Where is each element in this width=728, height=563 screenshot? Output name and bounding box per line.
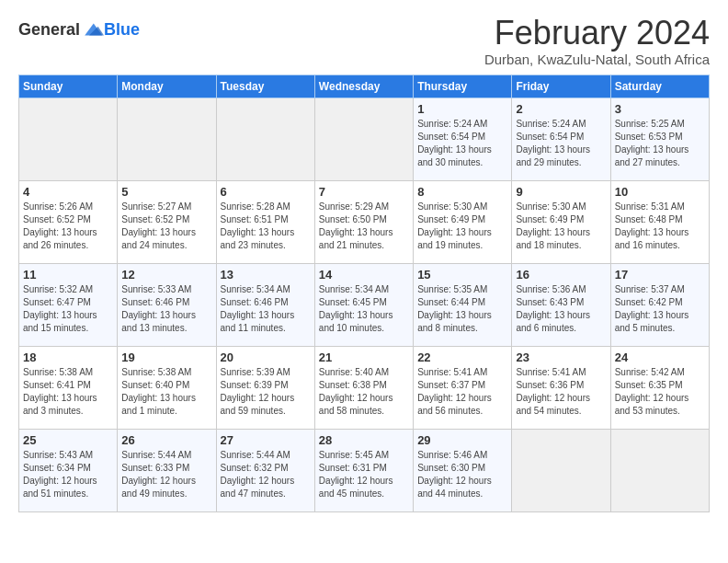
calendar-cell [216, 98, 314, 180]
day-info: Sunrise: 5:31 AM Sunset: 6:48 PM Dayligh… [615, 201, 705, 252]
day-number: 21 [319, 350, 409, 364]
day-info: Sunrise: 5:26 AM Sunset: 6:52 PM Dayligh… [23, 201, 113, 252]
calendar-cell: 27Sunrise: 5:44 AM Sunset: 6:32 PM Dayli… [216, 429, 314, 511]
day-number: 23 [516, 350, 606, 364]
calendar-cell [610, 429, 709, 511]
day-number: 27 [221, 433, 311, 447]
calendar-cell: 8Sunrise: 5:30 AM Sunset: 6:49 PM Daylig… [414, 180, 512, 263]
day-info: Sunrise: 5:25 AM Sunset: 6:53 PM Dayligh… [615, 118, 705, 169]
calendar-cell: 28Sunrise: 5:45 AM Sunset: 6:31 PM Dayli… [314, 429, 413, 511]
calendar-cell: 17Sunrise: 5:37 AM Sunset: 6:42 PM Dayli… [610, 263, 709, 346]
day-number: 25 [23, 433, 113, 447]
week-row-4: 18Sunrise: 5:38 AM Sunset: 6:41 PM Dayli… [19, 346, 710, 429]
calendar-cell: 6Sunrise: 5:28 AM Sunset: 6:51 PM Daylig… [216, 180, 314, 263]
day-info: Sunrise: 5:40 AM Sunset: 6:38 PM Dayligh… [319, 366, 409, 418]
day-number: 20 [221, 350, 311, 364]
day-number: 22 [417, 350, 507, 364]
day-number: 11 [23, 268, 113, 282]
calendar-cell [19, 98, 118, 180]
day-info: Sunrise: 5:24 AM Sunset: 6:54 PM Dayligh… [417, 118, 507, 169]
day-number: 5 [121, 185, 211, 199]
day-number: 26 [121, 433, 211, 447]
day-number: 18 [23, 350, 113, 364]
week-row-5: 25Sunrise: 5:43 AM Sunset: 6:34 PM Dayli… [19, 429, 710, 511]
day-info: Sunrise: 5:30 AM Sunset: 6:49 PM Dayligh… [417, 201, 507, 252]
calendar-cell: 19Sunrise: 5:38 AM Sunset: 6:40 PM Dayli… [118, 346, 216, 429]
header-cell-friday: Friday [512, 75, 610, 98]
header-row: SundayMondayTuesdayWednesdayThursdayFrid… [19, 75, 710, 98]
calendar-cell: 3Sunrise: 5:25 AM Sunset: 6:53 PM Daylig… [610, 98, 709, 180]
day-info: Sunrise: 5:37 AM Sunset: 6:42 PM Dayligh… [615, 283, 705, 335]
day-info: Sunrise: 5:34 AM Sunset: 6:45 PM Dayligh… [319, 283, 409, 335]
day-info: Sunrise: 5:44 AM Sunset: 6:32 PM Dayligh… [221, 449, 311, 500]
day-number: 1 [417, 102, 507, 116]
calendar-cell: 9Sunrise: 5:30 AM Sunset: 6:49 PM Daylig… [512, 180, 610, 263]
calendar-cell: 5Sunrise: 5:27 AM Sunset: 6:52 PM Daylig… [118, 180, 216, 263]
calendar-cell: 13Sunrise: 5:34 AM Sunset: 6:46 PM Dayli… [216, 263, 314, 346]
calendar-cell [512, 429, 610, 511]
header-cell-monday: Monday [118, 75, 216, 98]
week-row-3: 11Sunrise: 5:32 AM Sunset: 6:47 PM Dayli… [19, 263, 710, 346]
calendar-cell: 16Sunrise: 5:36 AM Sunset: 6:43 PM Dayli… [512, 263, 610, 346]
calendar-cell: 24Sunrise: 5:42 AM Sunset: 6:35 PM Dayli… [610, 346, 709, 429]
logo-general: General [18, 20, 80, 40]
day-number: 3 [615, 102, 705, 116]
header-cell-thursday: Thursday [414, 75, 512, 98]
day-info: Sunrise: 5:30 AM Sunset: 6:49 PM Dayligh… [516, 201, 606, 252]
calendar-cell: 14Sunrise: 5:34 AM Sunset: 6:45 PM Dayli… [314, 263, 413, 346]
day-number: 4 [23, 185, 113, 199]
header-cell-sunday: Sunday [19, 75, 118, 98]
calendar-cell: 18Sunrise: 5:38 AM Sunset: 6:41 PM Dayli… [19, 346, 118, 429]
calendar-cell: 7Sunrise: 5:29 AM Sunset: 6:50 PM Daylig… [314, 180, 413, 263]
day-info: Sunrise: 5:43 AM Sunset: 6:34 PM Dayligh… [23, 449, 113, 500]
day-info: Sunrise: 5:34 AM Sunset: 6:46 PM Dayligh… [221, 283, 311, 335]
calendar-cell: 1Sunrise: 5:24 AM Sunset: 6:54 PM Daylig… [414, 98, 512, 180]
day-number: 8 [417, 185, 507, 199]
calendar-cell: 25Sunrise: 5:43 AM Sunset: 6:34 PM Dayli… [19, 429, 118, 511]
day-info: Sunrise: 5:35 AM Sunset: 6:44 PM Dayligh… [417, 283, 507, 335]
day-info: Sunrise: 5:24 AM Sunset: 6:54 PM Dayligh… [516, 118, 606, 169]
day-number: 28 [319, 433, 409, 447]
day-number: 13 [221, 268, 311, 282]
calendar-cell: 2Sunrise: 5:24 AM Sunset: 6:54 PM Daylig… [512, 98, 610, 180]
day-info: Sunrise: 5:45 AM Sunset: 6:31 PM Dayligh… [319, 449, 409, 500]
calendar-cell: 15Sunrise: 5:35 AM Sunset: 6:44 PM Dayli… [414, 263, 512, 346]
calendar-cell: 29Sunrise: 5:46 AM Sunset: 6:30 PM Dayli… [414, 429, 512, 511]
calendar-cell: 12Sunrise: 5:33 AM Sunset: 6:46 PM Dayli… [118, 263, 216, 346]
calendar-cell [314, 98, 413, 180]
day-number: 12 [121, 268, 211, 282]
calendar-cell: 23Sunrise: 5:41 AM Sunset: 6:36 PM Dayli… [512, 346, 610, 429]
day-number: 10 [615, 185, 705, 199]
day-number: 14 [319, 268, 409, 282]
day-info: Sunrise: 5:44 AM Sunset: 6:33 PM Dayligh… [121, 449, 211, 500]
location-title: Durban, KwaZulu-Natal, South Africa [484, 52, 710, 67]
header: General Blue February 2024 Durban, KwaZu… [18, 15, 710, 67]
calendar-cell: 21Sunrise: 5:40 AM Sunset: 6:38 PM Dayli… [314, 346, 413, 429]
title-area: February 2024 Durban, KwaZulu-Natal, Sou… [484, 15, 710, 67]
logo: General Blue [18, 18, 140, 40]
calendar-cell: 10Sunrise: 5:31 AM Sunset: 6:48 PM Dayli… [610, 180, 709, 263]
day-info: Sunrise: 5:28 AM Sunset: 6:51 PM Dayligh… [221, 201, 311, 252]
day-number: 17 [615, 268, 705, 282]
week-row-1: 1Sunrise: 5:24 AM Sunset: 6:54 PM Daylig… [19, 98, 710, 180]
day-info: Sunrise: 5:41 AM Sunset: 6:36 PM Dayligh… [516, 366, 606, 418]
logo-icon [82, 18, 104, 40]
day-number: 29 [417, 433, 507, 447]
day-info: Sunrise: 5:42 AM Sunset: 6:35 PM Dayligh… [615, 366, 705, 418]
day-info: Sunrise: 5:33 AM Sunset: 6:46 PM Dayligh… [121, 283, 211, 335]
day-number: 2 [516, 102, 606, 116]
calendar-cell: 4Sunrise: 5:26 AM Sunset: 6:52 PM Daylig… [19, 180, 118, 263]
day-info: Sunrise: 5:38 AM Sunset: 6:40 PM Dayligh… [121, 366, 211, 418]
day-info: Sunrise: 5:41 AM Sunset: 6:37 PM Dayligh… [417, 366, 507, 418]
header-cell-tuesday: Tuesday [216, 75, 314, 98]
day-info: Sunrise: 5:38 AM Sunset: 6:41 PM Dayligh… [23, 366, 113, 418]
calendar-table: SundayMondayTuesdayWednesdayThursdayFrid… [18, 75, 710, 512]
day-number: 6 [221, 185, 311, 199]
day-number: 9 [516, 185, 606, 199]
day-number: 7 [319, 185, 409, 199]
header-cell-saturday: Saturday [610, 75, 709, 98]
calendar-cell: 22Sunrise: 5:41 AM Sunset: 6:37 PM Dayli… [414, 346, 512, 429]
day-number: 19 [121, 350, 211, 364]
week-row-2: 4Sunrise: 5:26 AM Sunset: 6:52 PM Daylig… [19, 180, 710, 263]
day-number: 16 [516, 268, 606, 282]
